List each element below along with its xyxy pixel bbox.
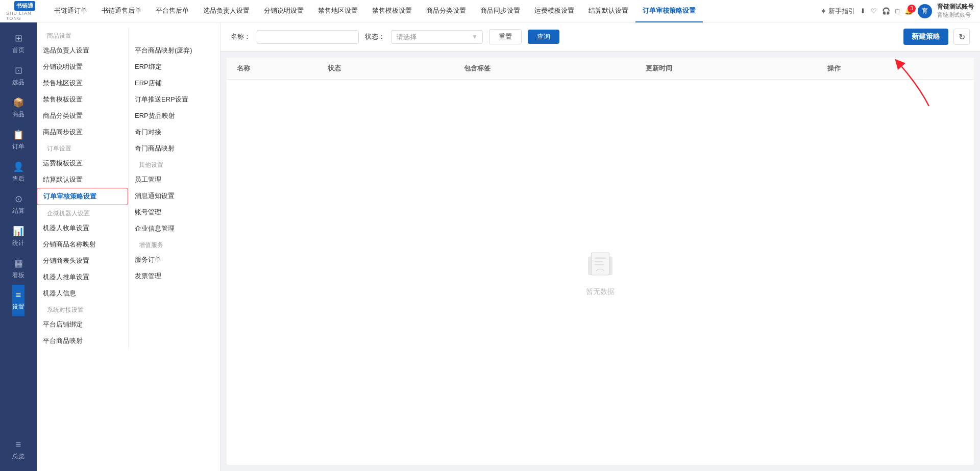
dropdown-panel: 商品设置选品负责人设置分销说明设置禁售地区设置禁售模板设置商品分类设置商品同步设…	[37, 22, 220, 471]
top-nav-item-goods-category[interactable]: 商品分类设置	[419, 0, 473, 22]
section-title-goods: 商品设置	[37, 28, 128, 42]
settings-icon: ≡	[16, 290, 21, 301]
favorite-icon[interactable]: ♡	[871, 7, 877, 15]
guide-icon: ✦	[820, 7, 827, 16]
menu-item-分销说明设置[interactable]: 分销说明设置	[37, 59, 128, 75]
menu-item-奇门商品映射[interactable]: 奇门商品映射	[129, 140, 220, 157]
sidebar-item-stats[interactable]: 📊统计	[12, 220, 24, 253]
menu-item-分销商品名称映射[interactable]: 分销商品名称映射	[37, 236, 128, 253]
guide-link[interactable]: ✦ 新手指引	[820, 7, 855, 16]
menu-item-机器人收单设置[interactable]: 机器人收单设置	[37, 220, 128, 236]
menu-item-机器人推单设置[interactable]: 机器人推单设置	[37, 269, 128, 285]
empty-state: 暂无数据	[227, 80, 974, 465]
selection-icon: ⊡	[15, 65, 22, 76]
user-name: 育链测试账号	[937, 3, 974, 11]
filter-bar: 名称： 状态： 请选择 ▼ 重置 查询 新建策略 ↻	[220, 22, 980, 52]
stats-label: 统计	[12, 239, 24, 247]
menu-item-分销商表头设置[interactable]: 分销商表头设置	[37, 253, 128, 269]
guide-label: 新手指引	[828, 7, 855, 16]
top-nav-item-responsible-setting[interactable]: 选品负责人设置	[196, 0, 257, 22]
col-action: 操作	[827, 64, 964, 73]
menu-item-消息通知设置[interactable]: 消息通知设置	[129, 188, 220, 204]
menu-item-ERP店铺[interactable]: ERP店铺	[129, 75, 220, 91]
menu-item-结算默认设置[interactable]: 结算默认设置	[37, 171, 128, 188]
menu-item-账号管理[interactable]: 账号管理	[129, 204, 220, 220]
sidebar-item-order[interactable]: 📋订单	[12, 124, 24, 156]
user-account: 育链测试账号	[937, 11, 974, 19]
download-icon[interactable]: ⬇	[860, 7, 866, 15]
sidebar-item-board[interactable]: ▦看板	[12, 253, 24, 285]
empty-text: 暂无数据	[586, 287, 615, 296]
col-tags: 包含标签	[464, 64, 646, 73]
headset-icon[interactable]: 🎧	[882, 7, 890, 15]
menu-item-奇门对接[interactable]: 奇门对接	[129, 124, 220, 140]
sidebar-bottom: ≡ 总览	[0, 434, 37, 471]
sidebar-item-collapse[interactable]: ≡ 总览	[0, 434, 37, 466]
top-nav-item-platform-aftersale[interactable]: 平台售后单	[149, 0, 196, 22]
menu-item-商品同步设置[interactable]: 商品同步设置	[37, 124, 128, 140]
menu-item-禁售地区设置[interactable]: 禁售地区设置	[37, 75, 128, 91]
menu-item-平台店铺绑定[interactable]: 平台店铺绑定	[37, 316, 128, 333]
sidebar-item-home[interactable]: ⊞首页	[12, 28, 24, 60]
aftersale-icon: 👤	[13, 161, 24, 172]
board-label: 看板	[12, 271, 24, 280]
section-title-system: 系统对接设置	[37, 302, 128, 316]
order-icon: 📋	[13, 129, 24, 140]
sidebar-item-settings[interactable]: ≡设置	[12, 285, 24, 316]
top-nav-item-forbidden-template[interactable]: 禁售模板设置	[365, 0, 419, 22]
menu-item-服务订单[interactable]: 服务订单	[129, 252, 220, 268]
menu-item-订单审核策略设置[interactable]: 订单审核策略设置	[37, 188, 128, 205]
new-strategy-button[interactable]: 新建策略	[903, 29, 948, 45]
settle-label: 结算	[12, 207, 24, 215]
top-nav: 书链通 SHU LIAN TONG 书链通订单书链通售后单平台售后单选品负责人设…	[0, 0, 980, 22]
menu-item-禁售模板设置[interactable]: 禁售模板设置	[37, 91, 128, 108]
section-title-order: 订单设置	[37, 140, 128, 155]
top-nav-item-freight-template[interactable]: 运费模板设置	[527, 0, 581, 22]
aftersale-label: 售后	[12, 175, 24, 183]
menu-item-企业信息管理[interactable]: 企业信息管理	[129, 220, 220, 237]
sidebar-item-goods[interactable]: 📦商品	[12, 92, 24, 124]
top-nav-item-distribution-desc[interactable]: 分销说明设置	[257, 0, 311, 22]
top-nav-item-order-audit[interactable]: 订单审核策略设置	[635, 0, 703, 22]
collapse-label: 总览	[12, 452, 24, 461]
menu-item-机器人信息[interactable]: 机器人信息	[37, 285, 128, 302]
name-input[interactable]	[257, 30, 359, 44]
menu-item-运费模板设置[interactable]: 运费模板设置	[37, 155, 128, 171]
top-nav-item-forbidden-region[interactable]: 禁售地区设置	[311, 0, 365, 22]
avatar: 育	[918, 4, 932, 18]
selection-label: 选品	[12, 78, 24, 87]
logo: 书链通 SHU LIAN TONG	[6, 1, 43, 20]
menu-item-订单推送ERP设置[interactable]: 订单推送ERP设置	[129, 91, 220, 108]
menu-item-选品负责人设置[interactable]: 选品负责人设置	[37, 42, 128, 59]
refresh-button[interactable]: ↻	[953, 29, 970, 45]
menu-item-平台商品映射废弃[interactable]: 平台商品映射(废弃)	[129, 42, 220, 59]
query-button[interactable]: 查询	[528, 30, 559, 44]
top-nav-item-settle-default[interactable]: 结算默认设置	[581, 0, 635, 22]
user-info: 育链测试账号 育链测试账号	[937, 3, 974, 19]
stats-icon: 📊	[13, 226, 24, 237]
status-select[interactable]: 请选择	[391, 30, 483, 44]
notification-badge: 3	[908, 5, 916, 13]
menu-item-商品分类设置[interactable]: 商品分类设置	[37, 108, 128, 124]
top-nav-menu: 书链通订单书链通售后单平台售后单选品负责人设置分销说明设置禁售地区设置禁售模板设…	[47, 0, 820, 22]
menu-item-平台商品映射[interactable]: 平台商品映射	[37, 333, 128, 349]
top-nav-item-goods-sync[interactable]: 商品同步设置	[473, 0, 527, 22]
menu-item-员工管理[interactable]: 员工管理	[129, 171, 220, 188]
sidebar-item-settle[interactable]: ⊙结算	[12, 188, 24, 220]
order-label: 订单	[12, 142, 24, 151]
home-icon: ⊞	[15, 33, 22, 44]
sidebar-item-aftersale[interactable]: 👤售后	[12, 156, 24, 188]
sidebar-item-selection[interactable]: ⊡选品	[12, 60, 24, 92]
feedback-icon[interactable]: □	[895, 7, 899, 15]
empty-icon	[584, 249, 617, 281]
notification-bell[interactable]: 🔔 3	[904, 7, 913, 15]
menu-item-发票管理[interactable]: 发票管理	[129, 268, 220, 284]
top-nav-item-slc-aftersale[interactable]: 书链通售后单	[94, 0, 149, 22]
table-area: 名称 状态 包含标签 更新时间 操作 暂无数据	[227, 58, 974, 465]
logo-text: 书链通	[14, 1, 35, 10]
reset-button[interactable]: 重置	[489, 29, 522, 44]
content-area: 名称： 状态： 请选择 ▼ 重置 查询 新建策略 ↻ 名称 状态	[220, 22, 980, 471]
menu-item-ERP绑定[interactable]: ERP绑定	[129, 59, 220, 75]
menu-item-ERP货品映射[interactable]: ERP货品映射	[129, 108, 220, 124]
top-nav-item-slc-order[interactable]: 书链通订单	[47, 0, 94, 22]
